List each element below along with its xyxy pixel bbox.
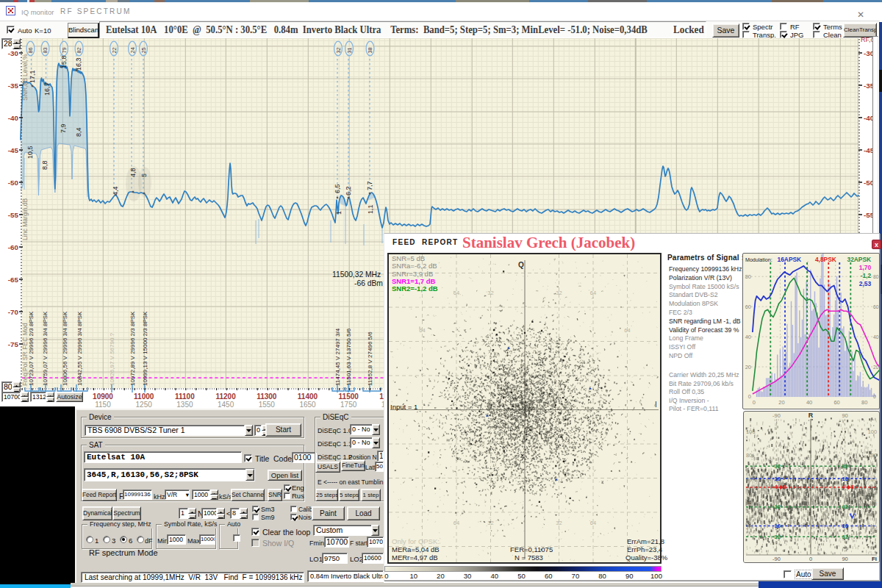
svg-text:80: 80 xyxy=(745,273,751,280)
svg-text:32: 32 xyxy=(487,520,493,526)
svg-text:80: 80 xyxy=(871,452,877,459)
svg-text:11200: 11200 xyxy=(215,392,236,401)
svg-text:Q: Q xyxy=(518,261,524,269)
svg-text:60: 60 xyxy=(746,476,752,483)
svg-text:1750: 1750 xyxy=(340,401,357,409)
svg-text:11552,8 V 27496 5/6: 11552,8 V 27496 5/6 xyxy=(367,331,373,386)
svg-text:40: 40 xyxy=(745,334,751,340)
svg-text:-1,2: -1,2 xyxy=(861,272,872,279)
svg-text:8: 8 xyxy=(850,484,853,490)
svg-text:60: 60 xyxy=(745,304,751,310)
svg-text:20: 20 xyxy=(871,524,877,531)
svg-text:64: 64 xyxy=(453,520,459,526)
svg-text:-30: -30 xyxy=(8,49,19,57)
svg-text:16,3: 16,3 xyxy=(75,57,82,71)
svg-text:100: 100 xyxy=(746,429,755,435)
svg-text:80: 80 xyxy=(861,399,867,406)
svg-text:16: 16 xyxy=(842,523,848,529)
svg-text:11500: 11500 xyxy=(339,392,359,401)
svg-text:10926,97 V 56790 ?: 10926,97 V 56790 ? xyxy=(109,332,115,386)
svg-text:90: 90 xyxy=(842,556,847,562)
svg-text:11000: 11000 xyxy=(134,392,154,401)
svg-text:60: 60 xyxy=(833,399,839,406)
svg-text:17,1: 17,1 xyxy=(29,70,36,83)
svg-text:8: 8 xyxy=(783,484,786,490)
svg-text:32: 32 xyxy=(775,463,781,470)
svg-text:10806,56 V 29996 3/4 8PSK: 10806,56 V 29996 3/4 8PSK xyxy=(62,311,68,386)
svg-text:32: 32 xyxy=(842,503,848,510)
svg-text:64: 64 xyxy=(590,520,596,526)
svg-text:1450: 1450 xyxy=(218,401,234,409)
svg-text:40: 40 xyxy=(806,399,812,406)
svg-text:32: 32 xyxy=(487,290,493,296)
svg-text:-90: -90 xyxy=(772,556,781,562)
svg-text:16: 16 xyxy=(775,476,781,482)
svg-text:2,53: 2,53 xyxy=(859,280,872,287)
svg-text:1350: 1350 xyxy=(176,401,193,409)
svg-text:60: 60 xyxy=(873,304,879,309)
svg-text:4,8: 4,8 xyxy=(129,168,137,177)
svg-text:7,7: 7,7 xyxy=(366,181,373,190)
svg-text:Modulation:: Modulation: xyxy=(745,257,772,263)
svg-text:-35: -35 xyxy=(8,82,19,90)
svg-text:64: 64 xyxy=(453,290,459,296)
svg-text:5: 5 xyxy=(140,173,148,177)
svg-text:Fi: Fi xyxy=(872,556,877,562)
svg-text:40: 40 xyxy=(746,501,752,507)
svg-text:-75: -75 xyxy=(8,340,19,348)
svg-text:31: 31 xyxy=(346,47,353,53)
svg-text:10,5: 10,5 xyxy=(26,146,34,159)
svg-text:1150: 1150 xyxy=(95,401,111,409)
svg-text:11501,63 V 13750 5/6: 11501,63 V 13750 5/6 xyxy=(345,328,352,386)
svg-text:8,8: 8,8 xyxy=(41,160,49,170)
svg-text:1,70: 1,70 xyxy=(859,264,872,271)
svg-text:10900: 10900 xyxy=(93,392,113,401)
svg-text:-70: -70 xyxy=(8,308,19,316)
svg-text:11300: 11300 xyxy=(257,392,277,401)
svg-text:10723,07 V 29996 2/3 8PSK: 10723,07 V 29996 2/3 8PSK xyxy=(28,311,35,386)
svg-text:6,5: 6,5 xyxy=(334,184,341,193)
svg-text:1250: 1250 xyxy=(136,401,153,409)
svg-text:32: 32 xyxy=(335,47,342,53)
svg-text:7,9: 7,9 xyxy=(60,123,67,133)
svg-text:32: 32 xyxy=(556,290,562,296)
svg-text:Freq Pol SR FEC Mod: Freq Pol SR FEC Mod xyxy=(21,323,29,386)
svg-text:-55: -55 xyxy=(8,211,19,219)
svg-text:Linc Margin,dB: Linc Margin,dB xyxy=(21,198,29,240)
svg-text:-66 dBm: -66 dBm xyxy=(354,279,383,287)
svg-text:-50: -50 xyxy=(8,179,19,187)
svg-text:64: 64 xyxy=(624,327,630,334)
svg-text:40: 40 xyxy=(871,501,877,507)
svg-text:R: R xyxy=(808,412,814,419)
svg-text:10999,13 V 15000 2/3 8PSK: 10999,13 V 15000 2/3 8PSK xyxy=(142,311,148,386)
svg-text:0: 0 xyxy=(809,556,812,562)
svg-text:32: 32 xyxy=(842,534,848,540)
svg-text:-40: -40 xyxy=(8,114,19,122)
svg-text:16APSK: 16APSK xyxy=(777,256,801,263)
svg-text:32: 32 xyxy=(556,520,562,526)
svg-text:-60: -60 xyxy=(8,243,19,251)
svg-text:80: 80 xyxy=(746,452,752,459)
svg-text:25: 25 xyxy=(140,47,147,53)
svg-text:8,4: 8,4 xyxy=(75,127,82,137)
svg-text:4,8PSK: 4,8PSK xyxy=(815,256,836,263)
svg-text:0: 0 xyxy=(748,394,751,401)
svg-text:32: 32 xyxy=(775,503,781,510)
svg-text:1: 1 xyxy=(335,211,343,215)
svg-text:-45: -45 xyxy=(8,146,19,154)
svg-text:11474,45 V 27497 3/4: 11474,45 V 27497 3/4 xyxy=(334,328,341,386)
svg-text:100: 100 xyxy=(868,429,877,435)
svg-text:Level,%: Level,% xyxy=(21,54,29,76)
svg-text:10842,55 V 29996 3/4 8PSK: 10842,55 V 29996 3/4 8PSK xyxy=(76,311,83,386)
svg-text:32: 32 xyxy=(775,534,781,540)
svg-text:-65: -65 xyxy=(8,276,19,284)
svg-text:22: 22 xyxy=(111,47,118,53)
svg-text:11400: 11400 xyxy=(298,392,318,401)
svg-text:1650: 1650 xyxy=(299,401,316,409)
svg-text:38: 38 xyxy=(367,47,373,53)
svg-text:11500,32 MHz: 11500,32 MHz xyxy=(332,270,381,279)
svg-text:32: 32 xyxy=(842,463,848,470)
svg-text:90: 90 xyxy=(842,412,847,419)
svg-text:83: 83 xyxy=(42,47,49,53)
svg-text:20: 20 xyxy=(745,364,751,370)
